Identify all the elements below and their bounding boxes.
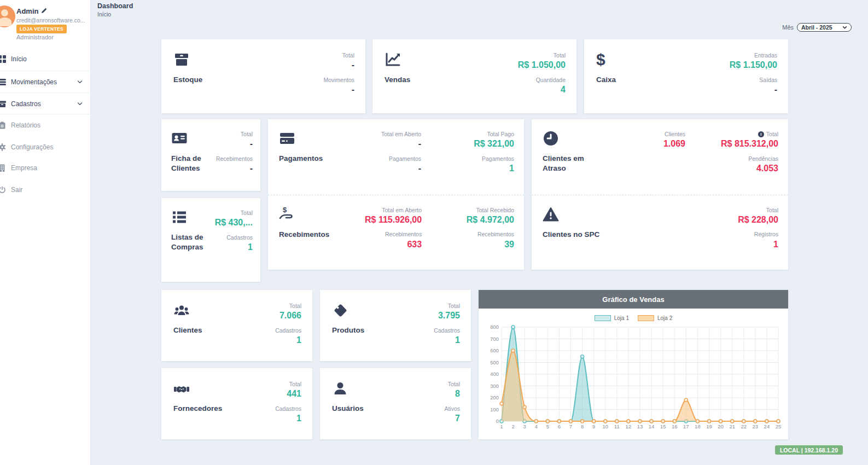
stat-label: Total [444, 380, 460, 388]
stat-value: 7 [444, 413, 460, 425]
dollar-icon [596, 51, 605, 68]
stat-label: Ativos [444, 405, 460, 412]
sidebar-item-empresa[interactable]: Empresa [0, 162, 91, 174]
stat-label: Total Pago [421, 130, 514, 138]
month-filter: Mês Abril - 2025 [782, 23, 852, 32]
sidebar: Admin credit@anronsoftware.co... LOJA VE… [0, 0, 91, 465]
card-title: Clientes em Atraso [543, 154, 603, 173]
stat-value: R$ 321,00 [421, 138, 514, 150]
stat-label: Total [323, 51, 354, 59]
stat-label: Total [275, 302, 301, 310]
card-estoque[interactable]: Estoque Total - Movimentos - [161, 39, 365, 113]
sidebar-item-configuracoes[interactable]: Configurações [0, 141, 91, 153]
svg-text:1: 1 [500, 423, 503, 429]
stat-label: Total Recebido [422, 206, 514, 214]
stat-label: Total [215, 209, 253, 217]
card-produtos[interactable]: Produtos Total 3.795 Cadastros 1 [320, 290, 471, 361]
sidebar-item-label: Relatórios [11, 121, 40, 129]
stat-label: Total em Aberto [328, 130, 421, 138]
chart-legend: Loja 1 Loja 2 [479, 309, 788, 322]
sidebar-item-relatorios[interactable]: Relatórios [0, 119, 91, 131]
sidebar-item-inicio[interactable]: Início [0, 53, 91, 65]
handshake-icon [173, 380, 190, 397]
stat-label: Clientes [603, 130, 685, 138]
stat-label: Recebimentos [422, 230, 514, 238]
month-label: Mês [782, 24, 794, 31]
stat-label: Total [275, 380, 301, 388]
svg-text:21: 21 [729, 423, 735, 429]
svg-text:22: 22 [741, 423, 747, 429]
svg-text:6: 6 [558, 423, 561, 429]
svg-text:9: 9 [592, 423, 595, 429]
sidebar-item-sair[interactable]: Sair [0, 184, 91, 196]
card-listas-compras[interactable]: Listas de Compras Total R$ 430,... Cadas… [161, 198, 260, 282]
card-vendas[interactable]: Vendas Total R$ 1.050,00 Quantidade 4 [372, 39, 576, 113]
svg-text:17: 17 [683, 423, 689, 429]
svg-text:16: 16 [672, 423, 678, 429]
legend-item-loja2[interactable]: Loja 2 [638, 315, 672, 321]
stat-value: - [328, 163, 421, 175]
card-title: Caixa [596, 75, 616, 85]
stat-label: Pendências [685, 155, 778, 162]
stat-label: Recebimentos [329, 230, 422, 238]
month-select-value: Abril - 2025 [801, 24, 832, 31]
card-grafico-vendas: Gráfico de Vendas Loja 1 Loja 2 01002003… [479, 290, 788, 439]
month-select[interactable]: Abril - 2025 [797, 23, 852, 32]
svg-text:23: 23 [753, 423, 759, 429]
svg-text:24: 24 [764, 423, 770, 429]
svg-text:0: 0 [496, 418, 499, 424]
user-role: Administrador [16, 34, 54, 40]
legend-label: Loja 2 [657, 315, 672, 321]
svg-text:500: 500 [490, 359, 499, 365]
stat-label: Cadastros [275, 327, 301, 334]
stat-value: R$ 4.972,00 [422, 214, 514, 226]
user-icon [332, 380, 348, 397]
stat-value: 1 [275, 413, 301, 425]
stat-value: 8 [444, 388, 460, 400]
card-usuarios[interactable]: Usuários Total 8 Ativos 7 [320, 368, 471, 439]
stat-value: - [323, 84, 354, 96]
section-clientes-spc: Clientes no SPC Total R$ 228,00 Registro… [532, 195, 788, 270]
legend-item-loja1[interactable]: Loja 1 [595, 315, 629, 321]
stat-label: Movimentos [323, 76, 354, 84]
edit-pencil-icon[interactable] [41, 7, 47, 15]
stat-value: 633 [329, 239, 422, 251]
stat-value: R$ 228,00 [685, 214, 778, 226]
box-icon [173, 51, 190, 68]
stat-label: Cadastros [275, 405, 301, 412]
sidebar-item-movimentacoes[interactable]: Movimentações [0, 71, 91, 92]
layers-icon [0, 78, 6, 86]
card-clientes[interactable]: Clientes Total 7.066 Cadastros 1 [161, 290, 312, 361]
stat-label: Pagamentos [421, 155, 514, 162]
legend-swatch-loja2 [638, 315, 654, 321]
users-icon [173, 302, 190, 318]
card-atraso-spc[interactable]: Clientes em Atraso Clientes 1.069 Total … [532, 119, 788, 270]
user-name: Admin [16, 7, 47, 15]
sidebar-item-label: Configurações [11, 143, 53, 151]
svg-text:3: 3 [523, 423, 526, 429]
stat-label: Total [685, 130, 778, 138]
card-fornecedores[interactable]: Fornecedores Total 441 Cadastros 1 [161, 368, 312, 439]
avatar [0, 5, 15, 27]
stat-value: 7.066 [275, 310, 301, 322]
id-card-icon [171, 130, 188, 147]
stat-label: Total [434, 302, 460, 310]
chevron-down-icon [77, 79, 83, 85]
card-caixa[interactable]: Caixa Entradas R$ 1.150,00 Saídas - [584, 39, 788, 113]
legend-label: Loja 1 [614, 315, 629, 321]
section-recebimentos: $ Recebimentos Total em Aberto R$ 115.92… [268, 195, 524, 270]
tag-icon [332, 302, 348, 318]
stat-label: Total [685, 206, 778, 214]
info-icon[interactable] [758, 131, 764, 137]
svg-text:15: 15 [660, 423, 666, 429]
svg-text:25: 25 [776, 423, 782, 429]
card-title: Clientes no SPC [543, 230, 599, 240]
card-title: Listas de Compras [171, 233, 205, 252]
sidebar-item-cadastros[interactable]: Cadastros [0, 92, 91, 114]
card-title: Estoque [173, 75, 202, 85]
svg-text:19: 19 [706, 423, 712, 429]
chevron-down-icon [842, 25, 847, 30]
card-ficha-clientes[interactable]: Ficha de Clientes Total - Recebimentos - [161, 119, 260, 191]
card-title: Clientes [173, 326, 202, 335]
card-pagamentos-recebimentos[interactable]: Pagamentos Total em Aberto - Pagamentos … [268, 119, 524, 270]
